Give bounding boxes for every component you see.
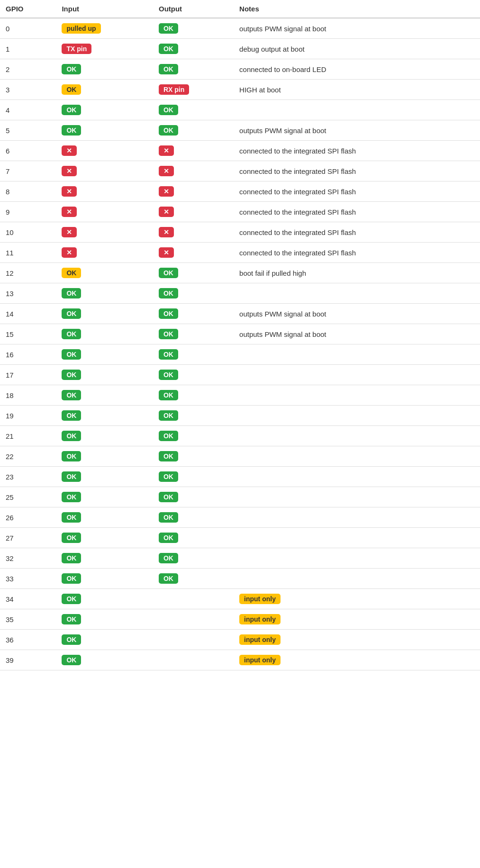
notes-text: outputs PWM signal at boot [239,310,326,318]
table-row: 8✕✕connected to the integrated SPI flash [0,181,480,202]
output-cell: OK [153,263,234,283]
gpio-number: 21 [0,426,56,446]
input-cell: ✕ [56,243,153,263]
gpio-number: 3 [0,80,56,100]
header-input: Input [56,0,153,18]
input-cell: ✕ [56,202,153,222]
input-cell: TX pin [56,39,153,59]
gpio-number: 33 [0,569,56,589]
gpio-number: 4 [0,100,56,120]
notes-cell [234,385,480,406]
status-badge: ✕ [62,186,77,197]
input-cell: OK [56,507,153,528]
status-badge: ✕ [159,145,174,156]
status-badge: OK [62,451,81,461]
input-cell: OK [56,569,153,589]
status-badge: OK [62,308,81,319]
output-cell: OK [153,467,234,487]
gpio-number: 15 [0,324,56,344]
notes-cell [234,344,480,365]
notes-cell: connected to the integrated SPI flash [234,181,480,202]
input-cell: OK [56,487,153,507]
notes-text: boot fail if pulled high [239,269,306,277]
gpio-number: 26 [0,507,56,528]
table-row: 13OKOK [0,283,480,304]
input-cell: OK [56,426,153,446]
notes-cell: input only [234,630,480,650]
table-row: 25OKOK [0,487,480,507]
status-badge: OK [62,288,81,298]
status-badge: OK [159,105,178,115]
notes-cell: connected to the integrated SPI flash [234,141,480,161]
table-row: 1TX pinOKdebug output at boot [0,39,480,59]
table-row: 10✕✕connected to the integrated SPI flas… [0,222,480,243]
notes-cell: outputs PWM signal at boot [234,18,480,39]
table-row: 15OKOKoutputs PWM signal at boot [0,324,480,344]
gpio-number: 17 [0,365,56,385]
notes-text: outputs PWM signal at boot [239,330,326,338]
notes-cell [234,426,480,446]
input-cell: OK [56,467,153,487]
status-badge: OK [159,23,178,34]
status-badge: OK [62,634,81,645]
output-cell: OK [153,406,234,426]
status-badge: ✕ [159,186,174,197]
output-cell: OK [153,18,234,39]
output-cell: OK [153,487,234,507]
input-cell: OK [56,344,153,365]
status-badge: OK [159,431,178,441]
input-cell: OK [56,120,153,141]
output-cell: OK [153,324,234,344]
output-cell [153,650,234,670]
status-badge: OK [62,370,81,380]
status-badge: ✕ [159,247,174,258]
notes-text: connected to the integrated SPI flash [239,188,356,196]
output-cell: RX pin [153,80,234,100]
gpio-number: 2 [0,59,56,80]
status-badge: OK [159,64,178,74]
notes-cell [234,548,480,569]
gpio-number: 7 [0,161,56,181]
notes-cell: connected to the integrated SPI flash [234,202,480,222]
status-badge: OK [159,308,178,319]
table-row: 23OKOK [0,467,480,487]
table-row: 35OKinput only [0,609,480,630]
status-badge: OK [159,125,178,136]
output-cell: ✕ [153,181,234,202]
status-badge: OK [62,553,81,563]
input-cell: OK [56,650,153,670]
notes-text: connected to on-board LED [239,65,326,73]
status-badge: ✕ [62,145,77,156]
table-row: 22OKOK [0,446,480,467]
gpio-number: 34 [0,589,56,609]
status-badge: OK [62,655,81,665]
status-badge: OK [159,44,178,54]
notes-text: connected to the integrated SPI flash [239,249,356,257]
notes-cell [234,467,480,487]
status-badge: ✕ [62,227,77,237]
status-badge: OK [62,105,81,115]
gpio-number: 22 [0,446,56,467]
table-row: 32OKOK [0,548,480,569]
header-notes: Notes [234,0,480,18]
status-badge: ✕ [62,247,77,258]
gpio-number: 27 [0,528,56,548]
input-cell: OK [56,100,153,120]
output-cell: OK [153,304,234,324]
output-cell [153,630,234,650]
notes-cell: input only [234,589,480,609]
notes-cell: connected to the integrated SPI flash [234,243,480,263]
table-row: 39OKinput only [0,650,480,670]
gpio-table: GPIO Input Output Notes 0pulled upOKoutp… [0,0,480,670]
notes-cell: connected to on-board LED [234,59,480,80]
output-cell: OK [153,344,234,365]
notes-cell: input only [234,650,480,670]
notes-cell: outputs PWM signal at boot [234,324,480,344]
status-badge: OK [62,471,81,482]
status-badge: OK [62,268,81,278]
table-header-row: GPIO Input Output Notes [0,0,480,18]
status-badge: ✕ [159,227,174,237]
status-badge: input only [239,594,281,604]
status-badge: RX pin [159,84,189,95]
notes-cell [234,365,480,385]
